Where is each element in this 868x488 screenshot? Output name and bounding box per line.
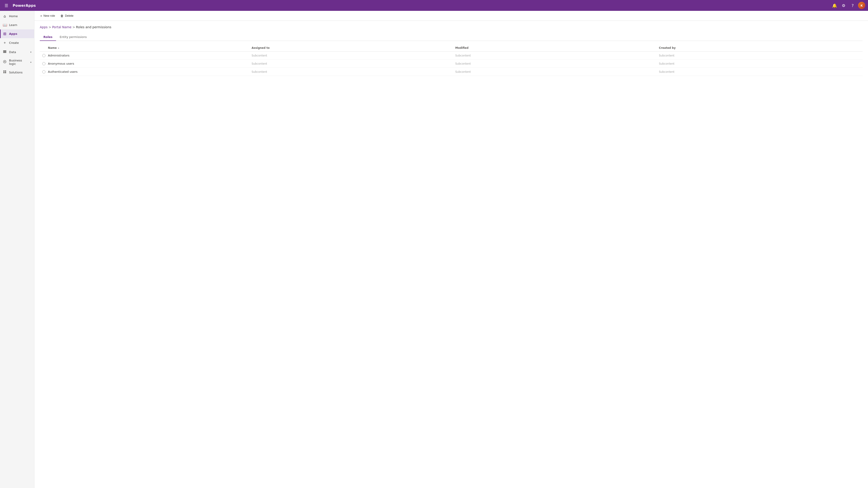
breadcrumb-portal-link[interactable]: Portal Name <box>52 25 71 29</box>
main-content: Apps > Portal Name > Roles and permissio… <box>34 21 868 488</box>
sidebar: ⌂ Home 📖 Learn ⊞ Apps ＋ Create Data ▾ <box>0 11 34 488</box>
sidebar-item-learn[interactable]: 📖 Learn <box>0 21 34 29</box>
cell-created-administrators: Subcontent <box>659 54 863 57</box>
table-header: Name ↓ Assigned to Modified Created by <box>40 44 863 52</box>
svg-rect-0 <box>3 51 6 51</box>
cell-assigned-anonymous: Subcontent <box>252 62 455 65</box>
radio-circle <box>42 62 45 65</box>
breadcrumb-sep-1: > <box>49 25 51 29</box>
cell-modified-administrators: Subcontent <box>455 54 659 57</box>
sidebar-item-create[interactable]: ＋ Create <box>0 38 34 47</box>
data-chevron-icon: ▾ <box>30 51 31 53</box>
tab-roles[interactable]: Roles <box>40 33 56 41</box>
svg-rect-2 <box>3 52 6 53</box>
sidebar-item-home[interactable]: ⌂ Home <box>0 12 34 21</box>
sidebar-label-apps: Apps <box>9 32 31 35</box>
header-name-label: Name <box>48 46 57 50</box>
radio-circle <box>42 70 45 73</box>
hamburger-button[interactable]: ☰ <box>3 2 10 9</box>
sidebar-label-home: Home <box>9 14 31 18</box>
new-role-plus-icon: + <box>40 14 42 18</box>
breadcrumb-apps-link[interactable]: Apps <box>40 25 48 29</box>
business-logic-icon <box>3 60 7 64</box>
cell-assigned-administrators: Subcontent <box>252 54 455 57</box>
sidebar-label-business-logic: Business logic <box>9 59 28 66</box>
cell-modified-authenticated: Subcontent <box>455 70 659 73</box>
sidebar-label-create: Create <box>9 41 31 44</box>
create-icon: ＋ <box>3 40 7 45</box>
cell-assigned-authenticated: Subcontent <box>252 70 455 73</box>
new-role-button[interactable]: + New role <box>38 13 57 19</box>
user-avatar[interactable]: K <box>858 2 865 9</box>
sidebar-item-data[interactable]: Data ▾ <box>0 47 34 57</box>
topbar: ☰ PowerApps 🔔 ⚙ ? K <box>0 0 868 11</box>
commandbar: + New role 🗑 Delete <box>34 11 868 21</box>
svg-rect-5 <box>5 70 6 72</box>
settings-button[interactable]: ⚙ <box>840 2 847 9</box>
row-radio-anonymous[interactable] <box>40 62 48 65</box>
learn-icon: 📖 <box>3 23 7 27</box>
main-layout: ⌂ Home 📖 Learn ⊞ Apps ＋ Create Data ▾ <box>0 11 868 488</box>
cell-created-authenticated: Subcontent <box>659 70 863 73</box>
delete-button[interactable]: 🗑 Delete <box>58 13 76 19</box>
radio-circle <box>42 54 45 57</box>
apps-icon: ⊞ <box>3 32 7 36</box>
business-logic-chevron-icon: ▾ <box>30 61 31 64</box>
topbar-icons: 🔔 ⚙ ? K <box>831 2 865 9</box>
sidebar-item-apps[interactable]: ⊞ Apps <box>0 29 34 38</box>
cell-name-administrators: Administrators <box>48 54 252 57</box>
breadcrumb: Apps > Portal Name > Roles and permissio… <box>40 25 863 29</box>
sort-icon[interactable]: ↓ <box>58 47 59 49</box>
cell-name-authenticated: Authenticated users <box>48 70 252 73</box>
row-radio-authenticated[interactable] <box>40 70 48 73</box>
breadcrumb-sep-2: > <box>72 25 75 29</box>
new-role-label: New role <box>43 14 55 18</box>
table-row[interactable]: Administrators Subcontent Subcontent Sub… <box>40 52 863 60</box>
hamburger-icon: ☰ <box>4 3 8 8</box>
row-radio-administrators[interactable] <box>40 54 48 57</box>
tab-entity-permissions[interactable]: Entity permissions <box>56 33 90 41</box>
app-logo: PowerApps <box>13 3 36 8</box>
roles-table: Name ↓ Assigned to Modified Created by A… <box>40 44 863 76</box>
solutions-icon <box>3 70 7 74</box>
svg-rect-4 <box>3 70 4 72</box>
table-row[interactable]: Authenticated users Subcontent Subconten… <box>40 68 863 76</box>
notification-button[interactable]: 🔔 <box>831 2 838 9</box>
settings-icon: ⚙ <box>842 3 845 8</box>
svg-rect-1 <box>3 51 6 52</box>
help-button[interactable]: ? <box>849 2 856 9</box>
header-assigned: Assigned to <box>252 46 455 50</box>
sidebar-item-business-logic[interactable]: Business logic ▾ <box>0 57 34 68</box>
tabs-container: Roles Entity permissions <box>40 33 863 41</box>
header-created: Created by <box>659 46 863 50</box>
home-icon: ⌂ <box>3 14 7 18</box>
header-modified: Modified <box>455 46 659 50</box>
breadcrumb-current: Roles and permissions <box>76 25 111 29</box>
sidebar-label-learn: Learn <box>9 23 31 27</box>
delete-icon: 🗑 <box>60 14 64 18</box>
delete-label: Delete <box>65 14 73 18</box>
data-icon <box>3 50 7 54</box>
sidebar-item-solutions[interactable]: Solutions <box>0 68 34 77</box>
sidebar-label-data: Data <box>9 51 28 54</box>
svg-rect-6 <box>3 72 4 73</box>
cell-created-anonymous: Subcontent <box>659 62 863 65</box>
sidebar-label-solutions: Solutions <box>9 71 31 74</box>
notification-icon: 🔔 <box>832 3 837 8</box>
cell-name-anonymous: Anonymous users <box>48 62 252 65</box>
header-name: Name ↓ <box>48 46 252 50</box>
help-icon: ? <box>851 3 854 8</box>
cell-modified-anonymous: Subcontent <box>455 62 659 65</box>
svg-rect-7 <box>5 72 6 73</box>
table-row[interactable]: Anonymous users Subcontent Subcontent Su… <box>40 60 863 68</box>
